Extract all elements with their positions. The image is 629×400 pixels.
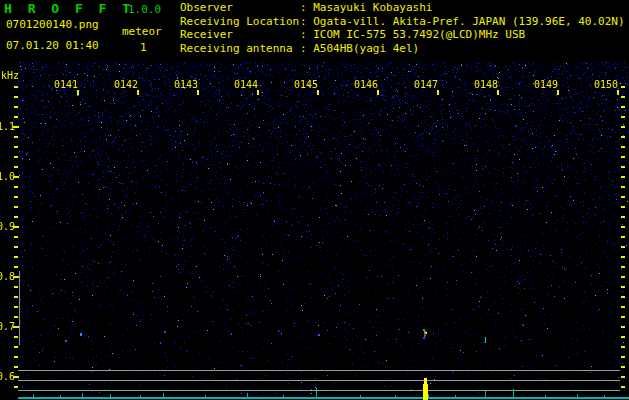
activity-tick — [283, 395, 284, 399]
freq-axis-right-tick — [621, 256, 625, 258]
freq-axis-minor-tick — [14, 316, 18, 318]
time-axis-label: 0150 — [594, 79, 618, 90]
freq-axis-right-tick — [621, 216, 625, 218]
freq-axis-right-tick — [621, 226, 625, 228]
freq-axis-right-tick — [621, 96, 625, 98]
freq-axis-minor-tick — [14, 136, 18, 138]
freq-axis-right-tick — [621, 376, 625, 378]
freq-axis-right-tick — [621, 186, 625, 188]
freq-axis-right-tick — [621, 356, 625, 358]
freq-axis-minor-tick — [14, 296, 18, 298]
freq-axis-right-tick — [621, 266, 625, 268]
activity-tick — [205, 395, 206, 399]
left-reference-line — [19, 271, 20, 345]
spectrogram-overlay: 1.11.00.90.80.70.60141014201430144014501… — [0, 0, 629, 400]
freq-axis-minor-tick — [14, 216, 18, 218]
freq-axis-label: 0.7 — [0, 321, 13, 332]
freq-axis-right-tick — [621, 316, 625, 318]
level-meter-gridline — [18, 390, 620, 391]
freq-axis-label: 1.0 — [0, 171, 13, 182]
freq-axis-right-tick — [621, 346, 625, 348]
time-axis-tick — [257, 90, 259, 95]
hrofft-spectrogram-screen: H R O F F T 1.0.0 0701200140.png meteor … — [0, 0, 629, 400]
freq-axis-right-tick — [621, 326, 625, 328]
freq-axis-minor-tick — [14, 286, 18, 288]
time-axis-label: 0143 — [174, 79, 198, 90]
activity-tick — [577, 394, 578, 399]
activity-tick — [60, 395, 61, 399]
time-axis-tick — [557, 90, 559, 95]
time-axis-label: 0146 — [354, 79, 378, 90]
freq-axis-minor-tick — [14, 146, 18, 148]
freq-axis-label: 0.9 — [0, 221, 13, 232]
activity-tick — [428, 394, 429, 399]
activity-tick — [110, 394, 111, 399]
freq-axis-minor-tick — [14, 356, 18, 358]
freq-axis-minor-tick — [14, 196, 18, 198]
activity-tick — [360, 395, 361, 399]
faint-echo — [80, 333, 82, 336]
freq-axis-major-tick — [13, 176, 19, 178]
freq-axis-minor-tick — [14, 236, 18, 238]
freq-axis-right-tick — [621, 286, 625, 288]
activity-tick — [163, 393, 164, 399]
freq-axis-minor-tick — [14, 256, 18, 258]
time-axis-label: 0145 — [294, 79, 318, 90]
activity-tick — [485, 391, 486, 399]
time-axis-tick — [497, 90, 499, 95]
freq-axis-minor-tick — [14, 166, 18, 168]
freq-axis-right-tick — [621, 86, 625, 88]
freq-axis-minor-tick — [14, 336, 18, 338]
freq-axis-minor-tick — [14, 366, 18, 368]
freq-axis-minor-tick — [14, 96, 18, 98]
activity-tick — [395, 395, 396, 399]
freq-axis-major-tick — [13, 376, 19, 378]
freq-axis-minor-tick — [14, 116, 18, 118]
faint-echo — [485, 337, 486, 343]
time-axis-tick — [197, 90, 199, 95]
activity-tick — [33, 394, 34, 399]
activity-tick — [455, 395, 456, 399]
freq-axis-minor-tick — [14, 206, 18, 208]
freq-axis-right-tick — [621, 336, 625, 338]
freq-axis-right-tick — [621, 156, 625, 158]
level-meter-gridline — [18, 380, 620, 381]
freq-axis-minor-tick — [14, 186, 18, 188]
faint-echo — [318, 334, 320, 336]
time-axis-tick — [317, 90, 319, 95]
faint-echo — [160, 342, 161, 344]
freq-axis-right-tick — [621, 276, 625, 278]
activity-tick — [140, 395, 141, 399]
activity-tick — [82, 393, 83, 399]
freq-axis-label: 1.1 — [0, 121, 13, 132]
freq-axis-minor-tick — [14, 266, 18, 268]
time-axis-tick — [617, 90, 619, 95]
freq-axis-right-tick — [621, 116, 625, 118]
activity-tick — [247, 393, 248, 399]
time-axis-label: 0147 — [414, 79, 438, 90]
freq-axis-right-tick — [621, 146, 625, 148]
time-axis-label: 0149 — [534, 79, 558, 90]
freq-axis-right-tick — [621, 246, 625, 248]
freq-axis-right-tick — [621, 196, 625, 198]
faint-echo — [65, 340, 67, 342]
freq-axis-right-tick — [621, 176, 625, 178]
level-meter-gridline — [18, 370, 620, 371]
faint-echo — [278, 330, 279, 332]
freq-axis-right-tick — [621, 166, 625, 168]
freq-axis-minor-tick — [14, 156, 18, 158]
freq-axis-right-tick — [621, 106, 625, 108]
freq-axis-right-tick — [621, 296, 625, 298]
freq-axis-minor-tick — [14, 246, 18, 248]
activity-tick — [545, 395, 546, 399]
freq-axis-right-tick — [621, 236, 625, 238]
freq-axis-minor-tick — [14, 386, 18, 388]
freq-axis-minor-tick — [14, 306, 18, 308]
freq-axis-right-tick — [621, 386, 625, 388]
faint-echo — [164, 331, 166, 333]
freq-axis-right-tick — [621, 136, 625, 138]
freq-axis-minor-tick — [14, 346, 18, 348]
freq-axis-right-tick — [621, 306, 625, 308]
time-axis-tick — [377, 90, 379, 95]
faint-echo — [231, 333, 232, 335]
